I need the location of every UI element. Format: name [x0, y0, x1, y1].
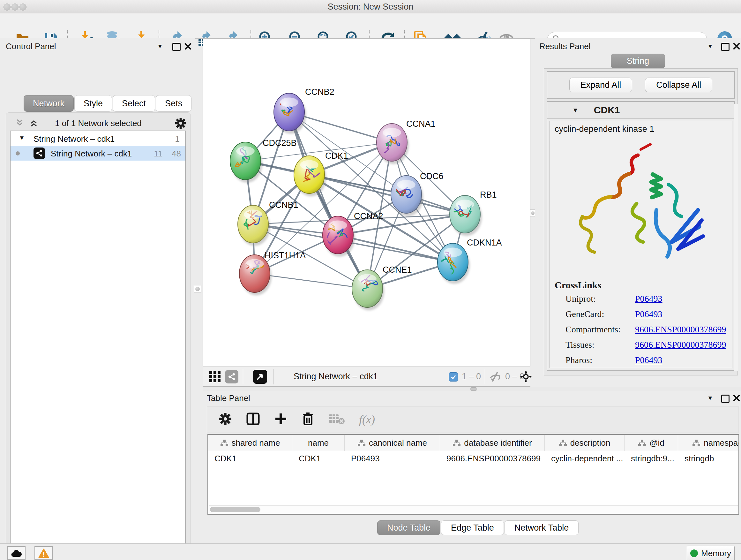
hidden-eye-icon[interactable]: [488, 371, 501, 384]
table-toolbar: f(x): [207, 406, 738, 433]
panel-menu-icon[interactable]: ▼: [707, 43, 713, 50]
tab-network[interactable]: Network: [23, 95, 74, 112]
tab-sets[interactable]: Sets: [156, 95, 192, 112]
crosslink-genecard[interactable]: P06493: [635, 309, 727, 319]
column-header-description[interactable]: description: [545, 435, 624, 451]
gear-icon[interactable]: [175, 117, 187, 131]
crosslink-label: GeneCard:: [565, 309, 635, 319]
table-cell[interactable]: stringdb: [678, 451, 739, 466]
table-settings-gear-icon[interactable]: [219, 412, 232, 427]
node-CDKN1A[interactable]: [437, 243, 470, 284]
vertical-splitter-handle[interactable]: [194, 285, 201, 293]
float-panel-icon[interactable]: [172, 43, 181, 51]
node-label-CCNB2: CCNB2: [305, 87, 334, 97]
node-HIST1H1A[interactable]: [239, 255, 272, 295]
table-cell[interactable]: CDK1: [292, 451, 345, 466]
network-collection-row[interactable]: ▼ String Network – cdk1 1: [10, 131, 185, 146]
crosslink-pharos[interactable]: P06493: [635, 355, 727, 365]
column-header-databaseidentifier[interactable]: database identifier: [440, 435, 545, 451]
close-panel-icon[interactable]: [733, 395, 740, 401]
column-header-sharedname[interactable]: shared name: [208, 435, 292, 451]
collection-count: 1: [167, 134, 180, 144]
table-row[interactable]: CDK1CDK1P064939606.ENSP00000378699cyclin…: [208, 451, 738, 466]
table-cell[interactable]: P06493: [345, 451, 440, 466]
node-CCNB2[interactable]: [273, 93, 306, 134]
panel-menu-icon[interactable]: ▼: [157, 43, 163, 50]
node-label-CDC25B: CDC25B: [263, 138, 297, 148]
open-in-window-icon[interactable]: [253, 370, 267, 384]
control-panel: Control Panel ▼ NetworkStyleSelectSets 1…: [0, 38, 195, 543]
scrollbar-thumb[interactable]: [210, 507, 260, 512]
crosslink-label: Tissues:: [565, 340, 635, 350]
float-panel-icon[interactable]: [721, 43, 730, 51]
crosslink-label: Pharos:: [565, 355, 635, 365]
table-cell[interactable]: stringdb:9...: [624, 451, 678, 466]
collapse-all-button[interactable]: Collapse All: [645, 78, 712, 92]
column-type-icon: [638, 439, 646, 447]
tab-style[interactable]: Style: [74, 95, 112, 112]
close-panel-icon[interactable]: [185, 43, 192, 50]
tab-node-table[interactable]: Node Table: [377, 520, 441, 535]
tab-edge-table[interactable]: Edge Table: [441, 520, 504, 535]
table-cell[interactable]: CDK1: [208, 451, 292, 466]
function-builder-icon[interactable]: f(x): [359, 413, 375, 426]
current-network-dot: [16, 151, 20, 155]
table-horizontal-scrollbar[interactable]: [209, 505, 738, 513]
crosslink-label: Compartments:: [565, 324, 635, 334]
crosslink-compartments[interactable]: 9606.ENSP00000378699: [635, 324, 727, 334]
node-CCNA2[interactable]: [323, 216, 355, 257]
node-CCNA1[interactable]: [377, 124, 409, 164]
table-header: shared namenamecanonical namedatabase id…: [208, 435, 738, 451]
node-label-HIST1H1A: HIST1H1A: [265, 251, 306, 260]
tab-network-table[interactable]: Network Table: [504, 520, 579, 535]
close-panel-icon[interactable]: [733, 43, 740, 50]
expand-all-button[interactable]: Expand All: [569, 78, 632, 92]
horizontal-splitter[interactable]: [203, 387, 741, 391]
network-label: String Network – cdk1: [51, 149, 132, 159]
add-column-icon[interactable]: [274, 412, 287, 427]
selected-checkbox-icon[interactable]: [449, 372, 458, 381]
grid-view-icon[interactable]: [209, 371, 221, 384]
navigate-crosshair-icon[interactable]: [520, 371, 532, 384]
node-RB1[interactable]: [450, 195, 482, 236]
table-cell[interactable]: cyclin-dependent ...: [545, 451, 624, 466]
memory-status-dot: [690, 550, 698, 557]
float-panel-icon[interactable]: [721, 395, 730, 403]
column-header-canonicalname[interactable]: canonical name: [345, 435, 440, 451]
table-panel-title: Table Panel: [207, 391, 250, 406]
edge-CCNA2-CDKN1A[interactable]: [338, 235, 453, 262]
results-scrollbar[interactable]: [734, 104, 738, 371]
control-panel-tabs: NetworkStyleSelectSets: [23, 95, 192, 112]
node-CDK1[interactable]: [294, 156, 326, 196]
node-detail-header[interactable]: ▼ CDK1: [547, 102, 734, 119]
column-header-id[interactable]: @id: [624, 435, 678, 451]
selected-counts: 1 – 0: [462, 367, 481, 386]
gene-description: cyclin-dependent kinase 1: [555, 124, 727, 134]
crosslinks-title: CrossLinks: [555, 280, 727, 291]
tab-string[interactable]: String: [611, 54, 665, 68]
collapse-entry-icon[interactable]: ▼: [572, 107, 579, 114]
tab-select[interactable]: Select: [113, 95, 155, 112]
splitter-handle[interactable]: [470, 387, 477, 391]
delete-table-icon[interactable]: [328, 413, 345, 427]
warning-icon[interactable]: [35, 546, 53, 560]
network-canvas[interactable]: CCNB2CCNA1CDC25BCDK1CDC6RB1CCNB1CCNA2CDK…: [203, 38, 530, 366]
column-header-name[interactable]: name: [292, 435, 345, 451]
cloud-icon[interactable]: [7, 546, 25, 560]
memory-button[interactable]: Memory: [687, 546, 735, 560]
select-columns-icon[interactable]: [246, 412, 260, 427]
network-row[interactable]: String Network – cdk1 11 48: [10, 146, 185, 161]
window-title: Session: New Session: [0, 0, 741, 13]
table-cell[interactable]: 9606.ENSP00000378699: [440, 451, 545, 466]
crosslink-tissues[interactable]: 9606.ENSP00000378699: [635, 340, 727, 350]
node-CCNB1[interactable]: [238, 205, 270, 246]
node-CCNE1[interactable]: [352, 270, 384, 310]
delete-column-icon[interactable]: [301, 412, 314, 427]
status-bar: Memory: [0, 543, 741, 560]
panel-menu-icon[interactable]: ▼: [707, 395, 713, 401]
column-header-namespace[interactable]: namespace: [678, 435, 739, 451]
column-type-icon: [559, 439, 567, 447]
collection-expand-icon[interactable]: ▼: [19, 134, 25, 141]
network-overview-icon[interactable]: [225, 370, 239, 383]
crosslink-uniprot[interactable]: P06493: [635, 294, 727, 304]
